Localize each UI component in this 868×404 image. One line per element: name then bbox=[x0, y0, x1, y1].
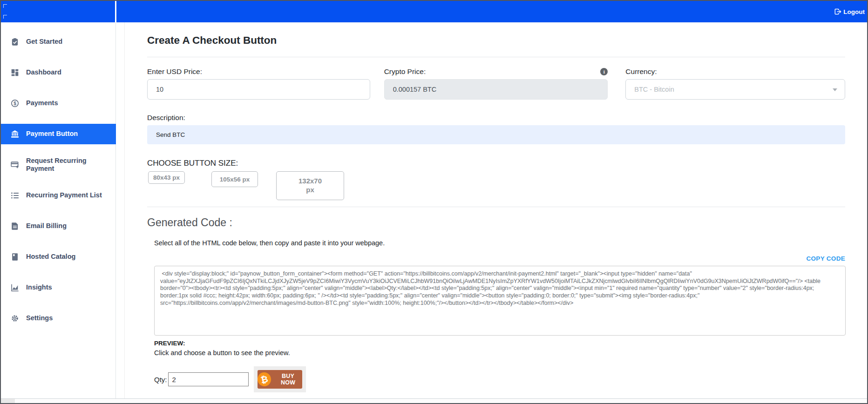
sidebar-item-label: Dashboard bbox=[26, 68, 61, 76]
size-option-80x43-button[interactable]: 80x43 px bbox=[148, 171, 185, 184]
currency-select[interactable]: BTC - Bitcoin bbox=[625, 79, 845, 100]
sidebar-item-request-recurring-payment[interactable]: Request Recurring Payment bbox=[1, 155, 115, 175]
crypto-price-input bbox=[384, 79, 608, 100]
currency-selected-value: BTC - Bitcoin bbox=[634, 86, 674, 93]
chart-line-icon bbox=[11, 283, 19, 292]
sidebar-item-label: Request Recurring Payment bbox=[26, 157, 111, 173]
clipboard-check-icon bbox=[11, 38, 19, 46]
qty-label: Qty: bbox=[154, 376, 167, 384]
sidebar-item-insights[interactable]: Insights bbox=[1, 277, 115, 298]
description-input[interactable] bbox=[147, 125, 845, 144]
preview-instructions: Click and choose a button to see the pre… bbox=[154, 349, 845, 357]
sidebar-item-payments[interactable]: $ Payments bbox=[1, 93, 115, 114]
info-icon[interactable]: i bbox=[600, 68, 608, 75]
buy-now-button[interactable]: ₿ BUY NOW bbox=[258, 370, 302, 389]
usd-price-label: Enter USD Price: bbox=[147, 67, 370, 76]
list-icon bbox=[11, 191, 19, 200]
card-plus-icon bbox=[11, 161, 19, 169]
generated-code-instructions: Select all of the HTML code below, then … bbox=[154, 239, 845, 247]
logout-label: Logout bbox=[843, 8, 865, 15]
preview-widget: Qty: ₿ BUY NOW bbox=[154, 366, 845, 392]
sidebar-item-settings[interactable]: Settings bbox=[1, 308, 115, 329]
generated-code-heading: Generated Code : bbox=[147, 216, 845, 229]
buy-button-frame: ₿ BUY NOW bbox=[254, 366, 306, 392]
svg-text:$: $ bbox=[14, 101, 16, 106]
sidebar-item-label: Recurring Payment List bbox=[26, 191, 102, 199]
sidebar: Get Started Dashboard $ Payments Payment… bbox=[1, 22, 116, 398]
dollar-circle-icon: $ bbox=[11, 99, 19, 108]
usd-price-input[interactable] bbox=[147, 79, 370, 100]
sidebar-item-label: Insights bbox=[26, 283, 52, 291]
description-label: Description: bbox=[147, 114, 845, 122]
button-size-label: CHOOSE BUTTON SIZE: bbox=[147, 159, 845, 168]
buy-now-label: BUY NOW bbox=[274, 373, 302, 386]
book-icon bbox=[11, 253, 19, 261]
sidebar-item-recurring-payment-list[interactable]: Recurring Payment List bbox=[1, 185, 115, 206]
document-icon bbox=[11, 222, 19, 230]
preview-heading: PREVIEW: bbox=[154, 340, 845, 347]
sidebar-item-label: Get Started bbox=[26, 38, 62, 46]
bitcoin-icon: ₿ bbox=[256, 371, 272, 387]
divider bbox=[147, 207, 845, 207]
copy-code-link[interactable]: COPY CODE bbox=[807, 255, 845, 262]
bank-icon bbox=[11, 130, 19, 138]
topbar-divider bbox=[115, 1, 116, 22]
sidebar-item-dashboard[interactable]: Dashboard bbox=[1, 62, 115, 83]
sidebar-item-hosted-catalog[interactable]: Hosted Catalog bbox=[1, 247, 115, 267]
logout-button[interactable]: Logout bbox=[834, 8, 865, 15]
chevron-down-icon bbox=[833, 88, 837, 91]
sidebar-item-label: Settings bbox=[26, 314, 53, 322]
sidebar-item-payment-button[interactable]: Payment Button bbox=[1, 124, 116, 144]
size-option-label: 132x70 px bbox=[295, 177, 325, 195]
divider bbox=[147, 57, 845, 57]
logo-broken-icon bbox=[3, 15, 7, 19]
sidebar-item-label: Hosted Catalog bbox=[26, 253, 75, 261]
scrollbar-corner bbox=[1, 399, 15, 403]
box-arrow-right-icon bbox=[834, 8, 841, 15]
button-size-options: 80x43 px 105x56 px 132x70 px bbox=[147, 171, 845, 200]
app-window: Logout Get Started Dashboard $ Payments bbox=[0, 0, 868, 404]
crypto-price-label: Crypto Price: bbox=[384, 67, 426, 76]
sidebar-item-label: Payments bbox=[26, 99, 58, 107]
qty-input[interactable] bbox=[168, 372, 249, 386]
size-option-105x56-button[interactable]: 105x56 px bbox=[211, 171, 258, 187]
top-navbar: Logout bbox=[1, 1, 867, 22]
sidebar-item-label: Email Billing bbox=[26, 222, 67, 230]
bottom-strip bbox=[1, 398, 867, 403]
main-content: Create A Checkout Button Enter USD Price… bbox=[124, 22, 867, 398]
sidebar-item-get-started[interactable]: Get Started bbox=[1, 32, 115, 52]
dashboard-grid-icon bbox=[11, 68, 19, 77]
generated-code-textarea[interactable]: <div style="display:block;" id="paynow_b… bbox=[154, 266, 846, 336]
logo-broken-icon bbox=[3, 4, 7, 8]
size-option-132x70-button[interactable]: 132x70 px bbox=[276, 171, 344, 200]
price-fields-row: Enter USD Price: Crypto Price: i Currenc… bbox=[147, 67, 845, 100]
currency-label: Currency: bbox=[625, 67, 845, 76]
gear-icon bbox=[11, 314, 19, 323]
sidebar-item-label: Payment Button bbox=[26, 130, 78, 138]
page-title: Create A Checkout Button bbox=[147, 34, 845, 47]
sidebar-item-email-billing[interactable]: Email Billing bbox=[1, 216, 115, 236]
